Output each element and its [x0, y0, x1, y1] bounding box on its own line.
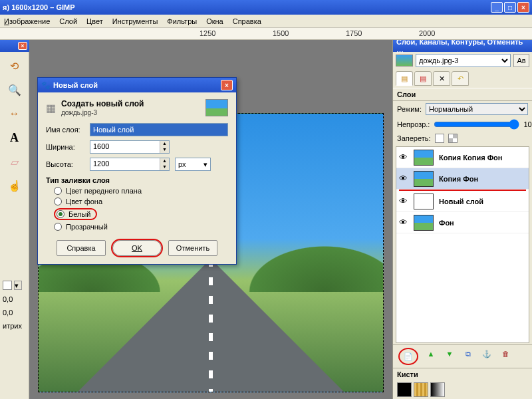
- brush-swatch[interactable]: [430, 382, 445, 397]
- new-layer-button[interactable]: 📄: [402, 350, 414, 362]
- layer-row[interactable]: 👁 Новый слой: [396, 191, 529, 212]
- lower-layer-button[interactable]: ▼: [444, 348, 456, 360]
- fill-fg-radio[interactable]: Цвет переднего плана: [54, 187, 228, 195]
- layer-name: Фон: [439, 219, 454, 227]
- tab-paths[interactable]: ✕: [433, 71, 450, 86]
- toolbox-close-button[interactable]: ×: [18, 42, 27, 50]
- name-label: Имя слоя:: [46, 126, 84, 134]
- width-spinner[interactable]: 1600▲▼: [90, 140, 170, 154]
- layer-row[interactable]: 👁 Копия Фон: [396, 168, 529, 190]
- close-button[interactable]: ×: [517, 2, 529, 13]
- fill-bg-radio[interactable]: Цвет фона: [54, 198, 228, 205]
- dialog-heading: Создать новый слой: [61, 99, 144, 108]
- maximize-button[interactable]: □: [504, 2, 516, 13]
- panel-title: Слои, Каналы, Контуры, Отменить …: [393, 40, 532, 52]
- duplicate-layer-button[interactable]: ⧉: [462, 348, 474, 360]
- stroke-label: итрих: [3, 322, 22, 330]
- menu-color[interactable]: Цвет: [86, 17, 103, 25]
- visibility-icon[interactable]: 👁: [399, 196, 408, 206]
- mode-label: Режим:: [397, 105, 422, 113]
- fill-type-header: Тип заливки слоя: [46, 176, 228, 184]
- ok-button[interactable]: OK: [112, 240, 162, 256]
- main-titlebar: я) 1600x1200 – GIMP _ □ ×: [0, 0, 532, 15]
- opacity-slider[interactable]: [434, 119, 519, 130]
- preview-thumb: [205, 99, 228, 116]
- lock-pixels-checkbox[interactable]: [435, 134, 444, 143]
- menu-tools[interactable]: Инструменты: [112, 17, 158, 25]
- layer-name: Новый слой: [439, 198, 483, 205]
- delete-layer-button[interactable]: 🗑: [499, 348, 511, 360]
- visibility-icon[interactable]: 👁: [399, 174, 408, 184]
- opacity-value: 100,0: [523, 120, 532, 128]
- unit-select[interactable]: px▾: [175, 158, 211, 171]
- brush-swatches: [393, 380, 532, 399]
- dialog-title: Новый слой: [53, 81, 98, 89]
- width-label: Ширина:: [46, 143, 84, 151]
- lock-alpha-checkbox[interactable]: [448, 134, 458, 143]
- brushes-header: Кисти: [393, 368, 532, 380]
- visibility-icon[interactable]: 👁: [399, 217, 408, 227]
- panel-tabs: ▤ ▤ ✕ ↶: [393, 69, 532, 88]
- height-spinner[interactable]: 1200▲▼: [90, 158, 170, 171]
- layer-row[interactable]: 👁 Копия Копия Фон: [396, 147, 529, 168]
- blend-mode-select[interactable]: Нормальный: [426, 103, 528, 115]
- brush-swatch[interactable]: [414, 382, 428, 397]
- option-box[interactable]: [3, 281, 12, 290]
- menu-help[interactable]: Справка: [233, 17, 261, 25]
- layer-buttons: 📄 ▲ ▼ ⧉ ⚓ 🗑: [393, 344, 532, 368]
- tab-layers[interactable]: ▤: [396, 71, 413, 86]
- value-2: 0,0: [3, 309, 13, 317]
- eraser-tool-icon[interactable]: ▱: [7, 154, 22, 169]
- menu-image[interactable]: ИИзображениезображение: [4, 17, 50, 25]
- menu-filters[interactable]: Фильтры: [167, 17, 197, 25]
- document-select[interactable]: дождь.jpg-3: [416, 54, 511, 67]
- cancel-button[interactable]: Отменить: [168, 240, 217, 256]
- toolbox-titlebar: ×: [0, 40, 29, 52]
- horizontal-ruler: 1250 1500 1750 2000: [0, 28, 532, 40]
- layer-thumb: [414, 194, 434, 209]
- dropdown-icon[interactable]: ▾: [14, 281, 22, 290]
- lock-label: Запереть:: [397, 134, 431, 142]
- text-tool-icon[interactable]: A: [7, 130, 22, 145]
- tab-undo[interactable]: ↶: [452, 71, 469, 86]
- height-label: Высота:: [46, 160, 84, 168]
- new-layer-dialog: 🐾Новый слой × ▦ Создать новый слой дождь…: [37, 77, 237, 265]
- layers-panel: Слои, Каналы, Контуры, Отменить … дождь.…: [392, 40, 532, 399]
- layer-row[interactable]: 👁 Фон: [396, 212, 529, 233]
- dialog-titlebar: 🐾Новый слой ×: [38, 78, 236, 92]
- layer-name: Копия Фон: [439, 175, 478, 183]
- visibility-icon[interactable]: 👁: [399, 152, 408, 162]
- rotate-tool-icon[interactable]: ⟲: [7, 59, 22, 73]
- menu-bar: ИИзображениезображение Слой Цвет Инструм…: [0, 15, 532, 28]
- window-title: я) 1600x1200 – GIMP: [3, 3, 491, 11]
- menu-windows[interactable]: Окна: [206, 17, 223, 25]
- layer-name-input[interactable]: [90, 123, 228, 136]
- layer-thumb: [414, 215, 434, 231]
- layer-thumb: [414, 150, 434, 166]
- dialog-file: дождь.jpg-3: [61, 109, 97, 116]
- gimp-icon: 🐾: [41, 81, 51, 90]
- annotation-oval: Белый: [54, 208, 97, 220]
- measure-tool-icon[interactable]: ↔: [7, 106, 22, 121]
- dialog-close-button[interactable]: ×: [221, 80, 233, 90]
- raise-layer-button[interactable]: ▲: [425, 348, 437, 360]
- layers-header: Слои: [393, 88, 532, 101]
- smudge-tool-icon[interactable]: ☝: [7, 178, 22, 193]
- fill-white-radio[interactable]: Белый: [54, 208, 228, 220]
- help-button[interactable]: Справка: [57, 240, 106, 256]
- menu-layer[interactable]: Слой: [59, 17, 77, 25]
- opacity-label: Непрозр.:: [397, 120, 430, 128]
- value-1: 0,0: [3, 295, 13, 303]
- zoom-tool-icon[interactable]: 🔍: [7, 82, 22, 97]
- annotation-circle: 📄: [398, 348, 418, 365]
- doc-thumb: [396, 55, 413, 66]
- minimize-button[interactable]: _: [491, 2, 503, 13]
- layer-list: 👁 Копия Копия Фон 👁 Копия Фон 👁 Новый сл…: [396, 146, 529, 343]
- anchor-layer-button[interactable]: ⚓: [481, 348, 493, 360]
- brush-swatch[interactable]: [397, 382, 412, 397]
- auto-button[interactable]: Ав: [513, 54, 529, 67]
- layer-name: Копия Копия Фон: [439, 154, 502, 162]
- fill-transparent-radio[interactable]: Прозрачный: [54, 223, 228, 231]
- tab-channels[interactable]: ▤: [414, 71, 432, 86]
- toolbox: ⟲ 🔍 ↔ A ▱ ☝: [0, 40, 29, 399]
